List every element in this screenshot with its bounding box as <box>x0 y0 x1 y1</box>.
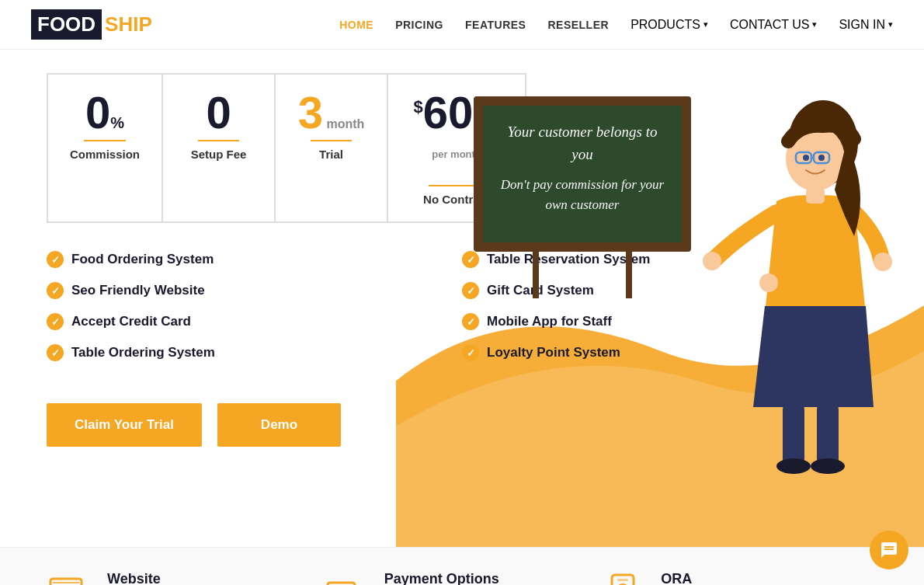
ora-icon: ! <box>600 571 647 585</box>
nav-item-contact[interactable]: CONTACT US <box>730 18 818 32</box>
feature-credit-card: ✓ Accept Credit Card <box>47 313 462 330</box>
svg-point-9 <box>776 458 811 474</box>
logo-food: FOOD <box>31 9 102 40</box>
svg-point-13 <box>818 155 825 161</box>
svg-point-12 <box>803 155 809 161</box>
payment-icon <box>324 571 370 585</box>
footer-website-title: Website <box>107 571 231 585</box>
chalkboard-legs <box>474 252 691 298</box>
check-icon-3: ✓ <box>47 313 64 330</box>
chalkboard-area: Your customer belongs to you Don't pay c… <box>474 96 691 298</box>
footer-payment-info: Payment Options Multiple Payment Gateway… <box>384 571 509 585</box>
chalkboard-leg-left <box>533 252 539 298</box>
nav-item-reseller[interactable]: RESELLER <box>547 18 609 32</box>
nav-link-home[interactable]: HOME <box>339 19 373 31</box>
footer-col-ora: ! ORA App for Restaurant Staff <box>600 571 877 585</box>
chalkboard-leg-right <box>626 252 632 298</box>
features-col-left: ✓ Food Ordering System ✓ Seo Friendly We… <box>47 251 462 375</box>
logo-ship: SHIP <box>102 9 155 40</box>
stat-commission-label: Commission <box>70 148 140 161</box>
svg-rect-8 <box>817 403 839 465</box>
feature-label-1: Food Ordering System <box>71 252 214 267</box>
feature-label-2: Seo Friendly Website <box>71 283 205 298</box>
feature-label-3: Accept Credit Card <box>71 314 191 329</box>
navbar: FOODSHIP HOME PRICING FEATURES RESELLER … <box>0 0 924 50</box>
stat-trial-number: 3 month <box>297 90 365 135</box>
footer-col-payment: Payment Options Multiple Payment Gateway… <box>324 571 601 585</box>
chat-bubble-button[interactable] <box>870 531 908 569</box>
stat-setup-number: 0 <box>185 90 252 135</box>
person-svg <box>691 81 908 485</box>
stat-commission-number: 0% <box>70 90 140 135</box>
nav-link-pricing[interactable]: PRICING <box>395 19 443 31</box>
feature-label-7: Mobile App for Staff <box>487 314 612 329</box>
check-icon-2: ✓ <box>47 282 64 299</box>
footer-website-info: Website Free website & web hosting <box>107 571 231 585</box>
svg-rect-25 <box>617 579 628 581</box>
check-icon-7: ✓ <box>462 313 479 330</box>
feature-seo: ✓ Seo Friendly Website <box>47 282 462 299</box>
stat-commission-divider <box>84 140 126 141</box>
nav-item-home[interactable]: HOME <box>339 18 373 32</box>
stat-setup-label: Setup Fee <box>185 148 252 161</box>
nav-link-reseller[interactable]: RESELLER <box>547 19 609 31</box>
stat-commission: 0% Commission <box>47 73 162 223</box>
stat-trial-label: Trial <box>297 148 365 161</box>
footer-section: Website Free website & web hosting Payme… <box>0 547 924 585</box>
logo[interactable]: FOODSHIP <box>31 9 155 40</box>
claim-trial-button[interactable]: Claim Your Trial <box>47 403 202 447</box>
nav-dropdown-products[interactable]: PRODUCTS <box>630 18 708 32</box>
check-icon-8: ✓ <box>462 344 479 361</box>
stat-trial: 3 month Trial <box>274 73 387 223</box>
stat-setup-divider <box>198 140 238 141</box>
svg-rect-11 <box>806 188 825 204</box>
stat-trial-divider <box>311 140 351 141</box>
svg-point-6 <box>874 252 892 271</box>
footer-ora-info: ORA App for Restaurant Staff <box>661 571 769 585</box>
svg-rect-7 <box>783 403 804 465</box>
chalkboard: Your customer belongs to you Don't pay c… <box>474 96 691 252</box>
demo-button[interactable]: Demo <box>217 403 341 447</box>
svg-point-14 <box>759 273 778 292</box>
footer-ora-title: ORA <box>661 571 769 585</box>
feature-food-ordering: ✓ Food Ordering System <box>47 251 462 268</box>
svg-rect-15 <box>50 579 82 585</box>
nav-item-features[interactable]: FEATURES <box>465 18 526 32</box>
feature-label-4: Table Ordering System <box>71 345 215 360</box>
feature-label-8: Loyalty Point System <box>487 345 620 360</box>
chat-bubble-icon <box>880 541 898 559</box>
website-icon <box>47 571 93 585</box>
hero-section: 0% Commission 0 Setup Fee 3 month Trial … <box>0 50 924 547</box>
feature-table-ordering: ✓ Table Ordering System <box>47 344 462 361</box>
svg-point-10 <box>811 458 845 474</box>
nav-item-products[interactable]: PRODUCTS <box>630 18 708 32</box>
stat-setup: 0 Setup Fee <box>162 73 274 223</box>
check-icon-4: ✓ <box>47 344 64 361</box>
chalkboard-text1: Your customer belongs to you <box>497 121 668 165</box>
nav-dropdown-signin[interactable]: SIGN IN <box>839 18 893 32</box>
nav-links: HOME PRICING FEATURES RESELLER PRODUCTS … <box>339 18 893 32</box>
nav-item-signin[interactable]: SIGN IN <box>839 18 893 32</box>
chalkboard-text2: Don't pay commission for your own custom… <box>497 175 668 214</box>
footer-payment-title: Payment Options <box>384 571 509 585</box>
check-icon-1: ✓ <box>47 251 64 268</box>
person-illustration <box>691 81 908 485</box>
svg-point-5 <box>703 252 721 270</box>
nav-link-features[interactable]: FEATURES <box>465 19 526 31</box>
nav-dropdown-contact[interactable]: CONTACT US <box>730 18 818 32</box>
nav-item-pricing[interactable]: PRICING <box>395 18 443 32</box>
footer-col-website: Website Free website & web hosting <box>47 571 324 585</box>
